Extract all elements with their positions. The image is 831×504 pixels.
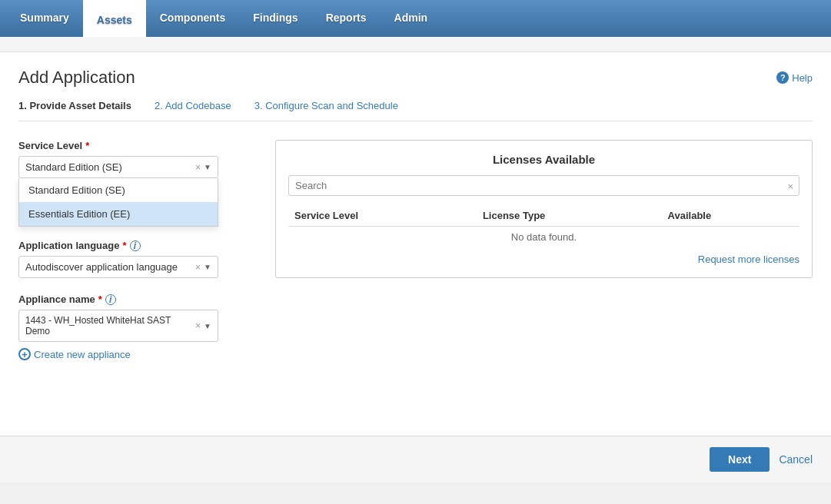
appliance-name-info-icon[interactable]: i [105, 294, 116, 305]
content-area: Add Application ? Help 1. Provide Asset … [0, 52, 831, 391]
footer-bar: Next Cancel [0, 436, 831, 482]
app-language-clear-icon[interactable]: × [195, 262, 201, 273]
search-clear-icon[interactable]: × [787, 180, 793, 191]
col-available: Available [662, 205, 799, 227]
search-wrapper: × [288, 175, 799, 196]
app-language-arrow-icon[interactable]: ▼ [204, 263, 211, 271]
service-level-select[interactable]: Standard Edition (SE) × ▼ [18, 156, 218, 178]
request-licenses-link[interactable]: Request more licenses [288, 254, 799, 265]
required-star-al: * [122, 240, 126, 251]
create-appliance-label: Create new appliance [34, 349, 131, 360]
no-data-text: No data found. [288, 227, 799, 248]
required-star-an: * [98, 293, 102, 305]
app-language-group: Application language* i Autodiscover app… [18, 240, 257, 278]
col-service-level: Service Level [288, 205, 477, 227]
top-nav: Summary Assets Components Findings Repor… [0, 0, 831, 37]
licenses-title: Licenses Available [288, 153, 799, 166]
right-column: Licenses Available × Service Level Licen… [275, 140, 813, 376]
appliance-name-group: Appliance name* i 1443 - WH_Hosted White… [18, 293, 257, 360]
app-language-select[interactable]: Autodiscover application language × ▼ [18, 256, 218, 278]
left-column: Service Level* Standard Edition (SE) × ▼… [18, 140, 257, 376]
main-wrapper: Add Application ? Help 1. Provide Asset … [0, 52, 831, 482]
service-level-arrow-icon[interactable]: ▼ [204, 163, 211, 171]
service-level-group: Service Level* Standard Edition (SE) × ▼… [18, 140, 257, 178]
appliance-name-value: 1443 - WH_Hosted WhiteHat SAST Demo [25, 315, 195, 337]
service-level-clear-icon[interactable]: × [195, 162, 201, 173]
help-link[interactable]: ? Help [776, 71, 813, 84]
appliance-name-clear-icon[interactable]: × [195, 320, 201, 331]
plus-circle-icon: + [18, 348, 31, 360]
wizard-step-1[interactable]: 1. Provide Asset Details [18, 100, 131, 111]
no-data-row: No data found. [288, 227, 799, 248]
app-language-info-icon[interactable]: i [130, 240, 141, 251]
licenses-table: Service Level License Type Available No … [288, 205, 799, 247]
appliance-name-select[interactable]: 1443 - WH_Hosted WhiteHat SAST Demo × ▼ [18, 310, 218, 342]
two-col-layout: Service Level* Standard Edition (SE) × ▼… [18, 140, 813, 376]
dropdown-item-se[interactable]: Standard Edition (SE) [19, 178, 218, 202]
nav-reports[interactable]: Reports [312, 0, 381, 37]
licenses-panel: Licenses Available × Service Level Licen… [275, 140, 813, 278]
appliance-name-label: Appliance name* i [18, 293, 257, 305]
help-label: Help [792, 72, 813, 84]
wizard-step-2[interactable]: 2. Add Codebase [155, 100, 231, 111]
nav-findings[interactable]: Findings [239, 0, 311, 37]
nav-assets[interactable]: Assets [83, 0, 146, 37]
service-level-label: Service Level* [18, 140, 257, 151]
help-icon: ? [776, 71, 789, 84]
sub-header [0, 37, 831, 52]
page-title: Add Application [18, 68, 135, 88]
wizard-step-3[interactable]: 3. Configure Scan and Schedule [254, 100, 398, 111]
next-button[interactable]: Next [710, 447, 770, 472]
app-language-label: Application language* i [18, 240, 257, 251]
required-star-sl: * [85, 140, 89, 151]
app-language-value: Autodiscover application language [25, 261, 195, 273]
create-appliance-link[interactable]: + Create new appliance [18, 348, 131, 360]
nav-admin[interactable]: Admin [381, 0, 442, 37]
service-level-dropdown: Standard Edition (SE) Essentials Edition… [18, 178, 218, 227]
nav-summary[interactable]: Summary [6, 0, 83, 37]
cancel-button[interactable]: Cancel [779, 453, 813, 466]
col-license-type: License Type [477, 205, 662, 227]
appliance-name-arrow-icon[interactable]: ▼ [204, 322, 211, 330]
page-title-row: Add Application ? Help [18, 68, 813, 88]
nav-components[interactable]: Components [146, 0, 240, 37]
licenses-search-input[interactable] [288, 175, 799, 196]
service-level-value: Standard Edition (SE) [25, 161, 195, 173]
dropdown-item-ee[interactable]: Essentials Edition (EE) [19, 202, 218, 226]
wizard-steps: 1. Provide Asset Details 2. Add Codebase… [18, 100, 813, 121]
